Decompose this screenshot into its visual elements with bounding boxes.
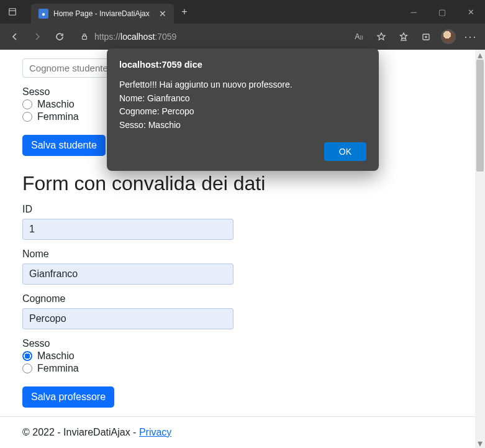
prof-sex-female-label: Femmina (37, 363, 79, 374)
student-sex-male-radio[interactable] (22, 99, 32, 109)
prof-id-input[interactable]: 1 (22, 219, 233, 240)
save-professor-button[interactable]: Salva professore (22, 386, 114, 408)
window-maximize-button[interactable]: ▢ (428, 0, 456, 24)
prof-cognome-label: Cognome (22, 293, 463, 304)
student-sex-female-radio[interactable] (22, 112, 32, 122)
vertical-scrollbar[interactable]: ▴ ▾ (475, 50, 485, 448)
alert-title: localhost:7059 dice (119, 60, 366, 70)
avatar (441, 29, 456, 44)
save-student-button[interactable]: Salva studente (22, 135, 106, 156)
js-alert-dialog: localhost:7059 dice Perfetto!!! Hai aggi… (107, 48, 379, 171)
prof-sex-label: Sesso (22, 338, 463, 349)
more-menu-icon[interactable]: ··· (460, 27, 481, 47)
nav-refresh-button[interactable] (48, 27, 71, 47)
favorites-list-icon[interactable] (393, 27, 414, 47)
svg-rect-2 (83, 36, 87, 39)
lock-icon (76, 32, 93, 41)
alert-ok-button[interactable]: OK (324, 142, 366, 161)
prof-id-label: ID (22, 204, 463, 215)
validated-form-title: Form con convalida dei dati (22, 172, 463, 195)
prof-sex-female-radio[interactable] (22, 363, 32, 373)
close-tab-icon[interactable]: ✕ (159, 9, 166, 19)
privacy-link[interactable]: Privacy (139, 427, 171, 437)
student-sex-male-label: Maschio (37, 99, 75, 110)
browser-tab[interactable]: ● Home Page - InviareDatiAjax ✕ (31, 4, 174, 24)
prof-nome-input[interactable]: Gianfranco (22, 263, 233, 285)
new-tab-button[interactable]: + (174, 0, 195, 24)
footer-text: © 2022 - InviareDatiAjax - (22, 427, 139, 437)
prof-nome-label: Nome (22, 249, 463, 260)
svg-rect-0 (9, 9, 16, 16)
address-bar[interactable]: https://localhost:7059 (73, 29, 346, 44)
window-close-button[interactable]: ✕ (456, 0, 485, 24)
prof-sex-male-radio[interactable] (22, 351, 32, 361)
favorite-icon[interactable] (371, 27, 392, 47)
prof-cognome-input[interactable]: Percopo (22, 308, 233, 329)
nav-forward-button[interactable] (26, 27, 48, 47)
student-sex-female-label: Femmina (37, 111, 79, 122)
window-minimize-button[interactable]: ─ (399, 0, 428, 24)
prof-sex-male-label: Maschio (37, 350, 75, 362)
page-favicon: ● (39, 9, 48, 19)
page-footer: © 2022 - InviareDatiAjax - Privacy (0, 416, 485, 448)
profile-button[interactable] (438, 27, 459, 47)
url-text: https://localhost:7059 (93, 29, 178, 44)
alert-message: Perfetto!!! Hai aggiunto un nuovo profes… (119, 78, 366, 132)
scroll-down-icon[interactable]: ▾ (475, 438, 485, 448)
tab-title: Home Page - InviareDatiAjax (53, 9, 154, 18)
tab-list-button[interactable] (0, 7, 25, 16)
scrollbar-thumb[interactable] (476, 60, 484, 171)
read-aloud-icon[interactable]: A)) (348, 27, 369, 47)
scroll-up-icon[interactable]: ▴ (475, 50, 485, 60)
collections-icon[interactable] (415, 27, 437, 47)
nav-back-button[interactable] (4, 27, 26, 47)
